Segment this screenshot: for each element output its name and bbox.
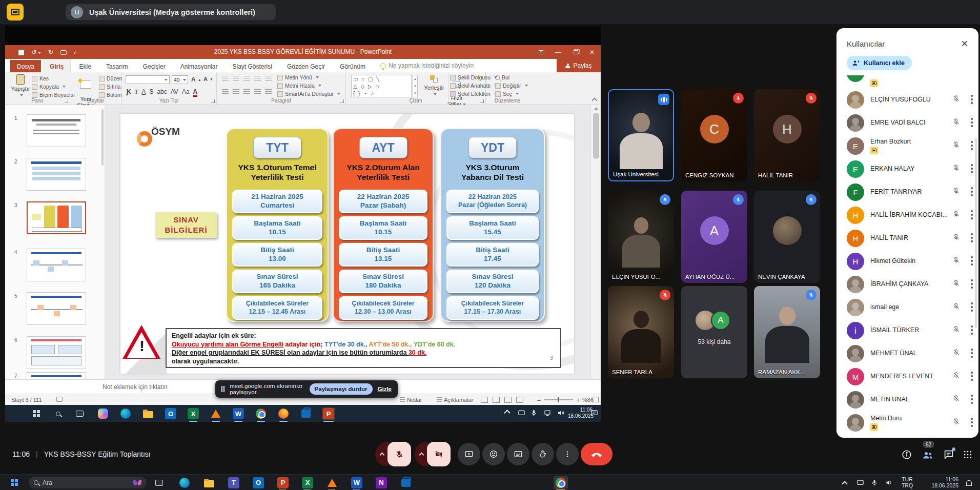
activities-grid-icon[interactable] <box>963 450 973 460</box>
zoom-in-button[interactable]: + <box>576 396 580 404</box>
scroll-thumb[interactable] <box>593 113 599 159</box>
line-spacing-icon[interactable] <box>265 76 272 81</box>
ydt-end[interactable]: Bitiş Saati 17.45 <box>446 243 539 267</box>
more-options-icon[interactable] <box>971 233 973 243</box>
more-options-icon[interactable] <box>971 418 973 428</box>
align-center-icon[interactable] <box>233 89 239 95</box>
tab-gozden-gecir[interactable]: Gözden Geçir <box>280 60 332 73</box>
zoom-slider[interactable] <box>544 399 573 400</box>
align-right-icon[interactable] <box>243 89 250 95</box>
columns-icon[interactable] <box>265 89 272 95</box>
powerpoint-icon[interactable]: P <box>276 476 290 489</box>
grow-font-button[interactable]: A▲ <box>191 76 201 83</box>
tab-animasyonlar[interactable]: Animasyonlar <box>174 60 224 73</box>
tray-notification-icon[interactable] <box>590 409 598 417</box>
more-options-icon[interactable] <box>971 118 973 128</box>
underline-button[interactable]: A <box>141 88 146 95</box>
start-button[interactable] <box>7 476 22 489</box>
onenote-icon[interactable]: N <box>374 476 389 489</box>
excel-icon[interactable]: X <box>187 407 200 420</box>
slide-thumbnail-5[interactable] <box>27 292 86 325</box>
sinav-bilgileri-label[interactable]: SINAV BİLGİLERİ <box>155 212 217 238</box>
tray-chevron-icon[interactable] <box>504 410 511 416</box>
share-button[interactable]: Paylaş <box>557 59 601 72</box>
tile-nevin-cankaya[interactable]: NEVIN ÇANKAYA <box>754 191 820 283</box>
participant-row[interactable]: ELÇİN YUSUFOĞLU <box>836 89 978 112</box>
format-painter-button[interactable]: Biçim Boyacısı <box>32 92 75 98</box>
tray-cast-icon[interactable] <box>853 476 867 489</box>
arrange-button[interactable]: Yerleştir <box>422 74 446 97</box>
meeting-details-icon[interactable] <box>901 449 912 460</box>
reactions-button[interactable] <box>482 443 505 465</box>
file-explorer-icon[interactable] <box>141 407 155 420</box>
word-icon[interactable]: W <box>350 476 364 489</box>
tray-speaker-icon[interactable] <box>557 409 565 417</box>
tile-more-participants[interactable]: A 53 kişi daha <box>681 286 747 378</box>
present-screen-button[interactable] <box>458 443 480 465</box>
slide-thumbnail-3-selected[interactable] <box>27 201 86 234</box>
tray-cast-icon[interactable] <box>518 409 525 417</box>
participant-row[interactable]: MEHMET ÜNAL <box>836 342 978 365</box>
tab-gecisler[interactable]: Geçişler <box>136 60 172 73</box>
cut-button[interactable]: Kes <box>32 75 49 81</box>
raise-hand-button[interactable] <box>532 443 554 465</box>
slide-thumbnail-2[interactable] <box>27 158 86 191</box>
participant-row[interactable]: EMRE VADİ BALCI <box>836 112 978 135</box>
notification-bell-icon[interactable] <box>962 476 976 489</box>
paragraph-row2[interactable] <box>222 89 272 95</box>
column-ayt[interactable]: AYT YKS 2.Oturum Alan Yeterlilik Testi 2… <box>333 128 434 322</box>
tab-ekle[interactable]: Ekle <box>73 60 98 73</box>
participant-row[interactable]: İ İSMAİL TÜRKER <box>836 319 978 342</box>
taskbar-search-box[interactable]: Ara <box>29 477 147 488</box>
clipboard-dialog-launcher[interactable] <box>65 99 68 103</box>
slide[interactable]: ÖSYM SINAV BİLGİLERİ TYT YKS 1.Oturum Te… <box>120 114 574 374</box>
presentation-indicator-icon[interactable] <box>7 4 24 21</box>
fit-to-window-icon[interactable] <box>593 397 599 402</box>
comments-toggle[interactable]: Açıklamalar <box>437 397 473 403</box>
restore-button[interactable] <box>569 47 582 57</box>
captions-button[interactable] <box>507 443 529 465</box>
smartart-button[interactable]: SmartArt'a Dönüştür <box>277 91 340 97</box>
outdent-icon[interactable] <box>243 76 250 81</box>
shrink-font-button[interactable]: A▼ <box>203 76 213 82</box>
slide-thumbnail-4[interactable] <box>27 249 86 281</box>
more-options-button[interactable] <box>556 443 579 465</box>
close-panel-icon[interactable]: ✕ <box>961 38 968 49</box>
participant-row[interactable]: F FERİT TANRIYAR <box>836 181 978 204</box>
participant-row[interactable]: E Erhan Bozkurt <box>836 135 978 158</box>
select-button[interactable]: Seç <box>495 91 519 97</box>
tile-elcin-yusufoglu[interactable]: ELÇIN YUSUFO... <box>608 191 674 283</box>
tyt-exit[interactable]: Çıkılabilecek Süreler 12.15 – 12.45 Aras… <box>232 296 322 320</box>
participant-row[interactable]: H Hikmet Gültekin <box>836 250 978 273</box>
align-text-button[interactable]: Metni Hizala <box>277 83 321 89</box>
shadow-button[interactable]: S <box>149 88 153 95</box>
participant-row[interactable]: H HALİL İBRAHİM KOCABI... <box>836 204 978 227</box>
mic-toggle-button[interactable] <box>387 442 411 466</box>
chrome-icon-active[interactable] <box>554 476 568 489</box>
shape-effects-button[interactable]: Şekil Efektleri <box>450 91 497 97</box>
bold-button[interactable]: K <box>127 88 131 95</box>
tray-chevron-icon[interactable] <box>838 476 852 489</box>
tile-usak-universitesi[interactable]: Uşak Üniversitesi <box>608 89 674 181</box>
participant-row[interactable]: İBRAHİM ÇANKAYA <box>836 273 978 296</box>
tile-ayhan-oguz[interactable]: A AYHAN OĞUZ Ü... <box>681 191 747 283</box>
mic-options-chevron[interactable] <box>375 442 389 466</box>
add-user-button[interactable]: Kullanıcı ekle <box>847 56 912 70</box>
more-options-icon[interactable] <box>971 187 973 197</box>
shapes-gallery[interactable]: ▭ ○ ▢ ╲△ ◇ ▷ ⇨{ } ~ ☆ <box>351 75 412 97</box>
word-icon[interactable]: W <box>232 407 245 420</box>
tyt-end[interactable]: Bitiş Saati 13.00 <box>232 243 322 267</box>
panel-scrollbar[interactable] <box>975 138 977 328</box>
slide-thumbnail-6[interactable] <box>27 336 86 369</box>
store-icon[interactable] <box>299 407 313 420</box>
text-direction-button[interactable]: Metin Yönü <box>277 74 319 80</box>
paste-button[interactable]: Yapıştır <box>10 74 31 98</box>
font-format-buttons[interactable]: KTASabcAVAaA <box>127 88 201 97</box>
reading-view-icon[interactable] <box>504 397 512 403</box>
presenter-chip[interactable]: U Uşak Üniversitesi (Medya gösterme kont… <box>66 4 276 20</box>
tyt-start[interactable]: Başlama Saati 10.15 <box>232 216 322 240</box>
shared-task-view-icon[interactable] <box>73 407 86 420</box>
ydt-start[interactable]: Başlama Saati 15.45 <box>446 216 539 240</box>
ink-icon[interactable] <box>56 397 63 402</box>
ayt-date[interactable]: 22 Haziran 2025 Pazar (Sabah) <box>339 190 427 213</box>
